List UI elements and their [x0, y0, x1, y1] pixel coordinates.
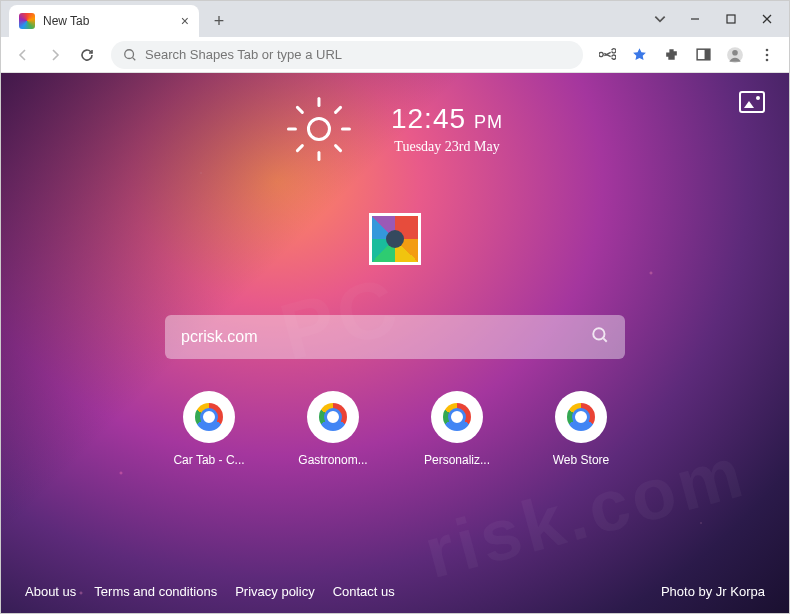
chrome-icon	[567, 403, 595, 431]
shortcuts-row: Car Tab - C...Gastronom...Personaliz...W…	[161, 391, 629, 467]
shortcut-icon	[431, 391, 483, 443]
shortcut-icon	[307, 391, 359, 443]
tab-title: New Tab	[43, 14, 89, 28]
svg-point-9	[732, 49, 738, 55]
browser-toolbar: Search Shapes Tab or type a URL	[1, 37, 789, 73]
shortcut-item[interactable]: Web Store	[533, 391, 629, 467]
shortcut-label: Web Store	[553, 453, 609, 467]
close-window-button[interactable]	[749, 5, 785, 33]
profile-icon[interactable]	[721, 41, 749, 69]
share-icon[interactable]	[593, 41, 621, 69]
info-widget: 12:45 PM Tuesday 23rd May	[287, 97, 503, 161]
close-tab-icon[interactable]: ×	[181, 13, 189, 29]
page-content: PC risk.com 12:45 PM Tuesday 23rd May Ca…	[1, 73, 789, 613]
svg-point-11	[766, 53, 769, 56]
shortcut-item[interactable]: Personaliz...	[409, 391, 505, 467]
bookmark-icon[interactable]	[625, 41, 653, 69]
photo-credit: Photo by Jr Korpa	[661, 584, 765, 599]
forward-button[interactable]	[41, 41, 69, 69]
svg-point-12	[766, 58, 769, 61]
search-icon	[123, 48, 137, 62]
footer-link[interactable]: Terms and conditions	[94, 584, 217, 599]
chrome-icon	[443, 403, 471, 431]
extensions-icon[interactable]	[657, 41, 685, 69]
omnibox-placeholder: Search Shapes Tab or type a URL	[145, 47, 342, 62]
svg-rect-1	[727, 15, 735, 23]
shortcut-label: Gastronom...	[298, 453, 367, 467]
svg-rect-7	[704, 49, 709, 60]
window-controls	[643, 5, 785, 33]
shortcut-item[interactable]: Gastronom...	[285, 391, 381, 467]
svg-line-5	[133, 57, 136, 60]
footer-link[interactable]: Privacy policy	[235, 584, 314, 599]
extension-logo	[369, 213, 421, 265]
menu-icon[interactable]	[753, 41, 781, 69]
svg-point-10	[766, 48, 769, 51]
clock-date: Tuesday 23rd May	[391, 139, 503, 155]
shortcut-icon	[555, 391, 607, 443]
footer-links: About usTerms and conditionsPrivacy poli…	[25, 584, 395, 599]
browser-titlebar: New Tab × +	[1, 1, 789, 37]
sidepanel-icon[interactable]	[689, 41, 717, 69]
footer: About usTerms and conditionsPrivacy poli…	[1, 584, 789, 599]
clock-time: 12:45 PM	[391, 103, 503, 135]
browser-tab[interactable]: New Tab ×	[9, 5, 199, 37]
footer-link[interactable]: Contact us	[333, 584, 395, 599]
reload-button[interactable]	[73, 41, 101, 69]
svg-line-14	[603, 338, 606, 341]
shortcut-label: Car Tab - C...	[173, 453, 244, 467]
tab-dropdown-button[interactable]	[643, 5, 677, 33]
address-bar[interactable]: Search Shapes Tab or type a URL	[111, 41, 583, 69]
svg-point-4	[125, 49, 134, 58]
shortcut-label: Personaliz...	[424, 453, 490, 467]
chrome-icon	[319, 403, 347, 431]
footer-link[interactable]: About us	[25, 584, 76, 599]
background-picker-icon[interactable]	[739, 91, 765, 113]
weather-sunny-icon	[287, 97, 351, 161]
search-input[interactable]	[181, 328, 591, 346]
svg-point-13	[593, 328, 604, 339]
maximize-button[interactable]	[713, 5, 749, 33]
main-search[interactable]	[165, 315, 625, 359]
shortcut-item[interactable]: Car Tab - C...	[161, 391, 257, 467]
new-tab-button[interactable]: +	[205, 7, 233, 35]
back-button[interactable]	[9, 41, 37, 69]
chrome-icon	[195, 403, 223, 431]
tab-favicon	[19, 13, 35, 29]
search-button-icon[interactable]	[591, 326, 609, 348]
shortcut-icon	[183, 391, 235, 443]
minimize-button[interactable]	[677, 5, 713, 33]
